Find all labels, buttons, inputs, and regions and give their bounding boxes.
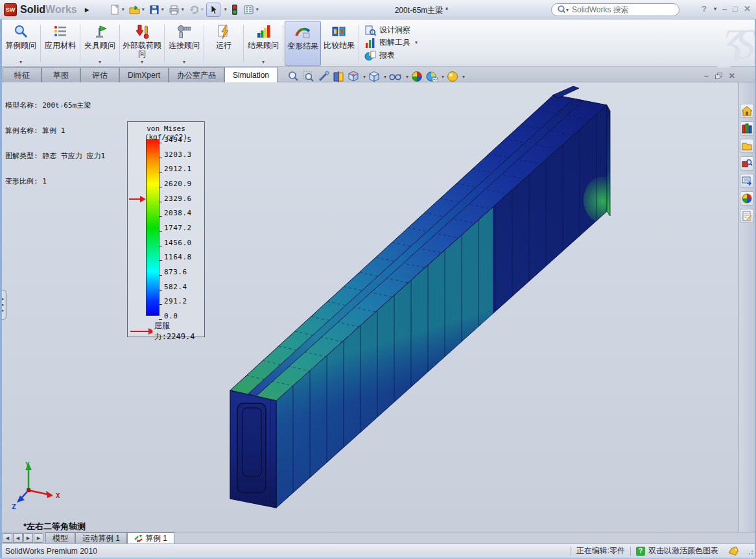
ribbon-deformed-result-button[interactable]: 变形结果 [285, 21, 321, 66]
tab-study-1[interactable]: 算例 1 [127, 532, 174, 543]
connections-advisor-icon [176, 23, 192, 40]
design-library-button[interactable] [740, 121, 754, 136]
ribbon-fixtures-advisor-button[interactable]: 夹具顾问 ▾ [82, 21, 118, 66]
ribbon-external-loads-advisor-button[interactable]: 外部载荷顾问 ▾ [121, 21, 163, 66]
tab-scroll-buttons: ◀ ◀ ▶ ▶ [3, 533, 43, 543]
status-bar: SolidWorks Premium 2010 正在编辑:零件 ? 双击以激活颜… [0, 543, 756, 558]
display-style-caret-icon[interactable]: ▾ [384, 74, 386, 80]
legend-tick: 3203.3 [164, 150, 192, 159]
search-scope-caret-icon[interactable]: ▾ [566, 7, 569, 13]
view-palette-button[interactable] [740, 174, 754, 188]
tab-motion-study-1[interactable]: 运动算例 1 [75, 532, 127, 543]
design-insight-button[interactable]: 设计洞察 [364, 24, 418, 36]
new-caret-icon[interactable]: ▾ [122, 6, 124, 12]
file-explorer-button[interactable] [740, 139, 754, 153]
yield-pointer-arrow-icon [129, 195, 146, 203]
view-settings-caret-icon[interactable]: ▾ [462, 74, 465, 80]
plot-tools-icon [364, 37, 376, 49]
legend-tick: 3494.5 [164, 136, 192, 144]
ribbon-tools-group: 设计洞察 图解工具 ▾ 报表 [360, 21, 420, 66]
search-icon [557, 5, 565, 15]
tab-features[interactable]: 特征 [3, 67, 41, 82]
apply-scene-caret-icon[interactable]: ▾ [442, 74, 444, 80]
hide-show-items-icon[interactable] [388, 70, 403, 83]
section-view-icon[interactable] [332, 70, 345, 83]
hide-show-caret-icon[interactable]: ▾ [406, 74, 408, 80]
legend-tick: 2620.9 [164, 180, 192, 188]
last-tab-button[interactable]: ▶ [34, 533, 43, 543]
select-caret-button[interactable]: ▾ [222, 6, 228, 13]
window-frame-left [0, 19, 2, 559]
maximize-button[interactable]: □ [733, 4, 738, 14]
svg-text:+: + [352, 72, 355, 76]
doc-restore-button[interactable] [715, 73, 722, 79]
print-caret-icon[interactable]: ▾ [182, 6, 184, 12]
ribbon-results-advisor-button[interactable]: 结果顾问 ▾ [245, 21, 281, 66]
undo-button[interactable]: ▾ [187, 3, 205, 16]
tab-office-products[interactable]: 办公室产品 [169, 67, 224, 82]
save-button[interactable]: ▾ [147, 3, 165, 16]
apply-scene-icon[interactable] [425, 70, 438, 83]
ribbon-study-advisor-button[interactable]: 算例顾问 ▾ [3, 21, 39, 66]
zoom-to-fit-icon[interactable] [287, 70, 300, 83]
select-button[interactable] [206, 3, 220, 17]
appearances-scenes-button[interactable] [740, 191, 754, 206]
options-button[interactable]: ▾ [241, 3, 260, 16]
previous-view-icon[interactable] [317, 70, 330, 83]
tab-simulation[interactable]: Simulation [224, 67, 278, 82]
solidworks-search-button[interactable] [740, 156, 754, 171]
legend-tick: 291.2 [164, 297, 187, 305]
solidworks-resources-button[interactable] [740, 104, 754, 118]
product-name: SolidWorks Premium 2010 [5, 547, 565, 556]
triad-x-label: X [56, 492, 60, 500]
undo-caret-icon: ▾ [201, 6, 204, 12]
resize-grip[interactable] [746, 547, 753, 555]
view-settings-icon[interactable] [446, 70, 459, 83]
zoom-to-area-icon[interactable] [302, 70, 315, 83]
display-style-icon[interactable] [368, 70, 381, 83]
ribbon-connections-advisor-button[interactable]: 连接顾问 ▾ [166, 21, 202, 66]
first-tab-button[interactable]: ◀ [3, 533, 12, 543]
help-button[interactable]: ? [702, 4, 707, 14]
search-box[interactable]: ▾ [551, 3, 679, 16]
solidworks-logo-icon: SW [4, 3, 17, 16]
open-button[interactable]: ▾ [127, 3, 146, 16]
print-button[interactable]: ▾ [167, 3, 185, 16]
new-document-button[interactable]: ▾ [108, 3, 126, 16]
tab-dimxpert[interactable]: DimXpert [119, 67, 169, 82]
plot-tools-caret-icon[interactable]: ▾ [415, 40, 418, 45]
edit-appearance-icon[interactable] [410, 70, 423, 83]
ribbon-apply-material-button[interactable]: 应用材料 [42, 21, 78, 66]
tab-sketch[interactable]: 草图 [41, 67, 80, 82]
tab-evaluate[interactable]: 评估 [80, 67, 119, 82]
view-palette-icon [741, 175, 753, 187]
home-icon [741, 105, 753, 117]
open-caret-icon[interactable]: ▾ [142, 6, 145, 12]
stress-legend[interactable]: von Mises (kgf/cm^2) 3494.5 3203.3 2912.… [127, 121, 205, 337]
search-input[interactable] [571, 5, 674, 15]
help-caret-icon[interactable]: ▾ [714, 4, 716, 14]
options-caret-icon[interactable]: ▾ [256, 6, 259, 12]
ribbon-compare-results-button[interactable]: 比较结果 [321, 21, 357, 66]
doc-close-button[interactable]: ✕ [729, 71, 735, 80]
next-tab-button[interactable]: ▶ [23, 533, 33, 543]
rebuild-button[interactable] [230, 3, 240, 16]
ribbon-run-button[interactable]: 运行 [206, 21, 242, 66]
minimize-button[interactable]: – [722, 4, 727, 14]
run-icon [216, 23, 231, 40]
legend-color-bar [146, 139, 159, 316]
fixtures-advisor-icon [92, 23, 108, 40]
menu-expand-arrow-icon[interactable]: ▶ [85, 6, 89, 13]
custom-properties-button[interactable] [740, 209, 754, 223]
prev-tab-button[interactable]: ◀ [13, 533, 23, 543]
tab-model[interactable]: 模型 [45, 532, 75, 543]
save-caret-icon[interactable]: ▾ [161, 6, 164, 12]
view-orientation-icon[interactable]: + [347, 70, 360, 83]
status-help-icon: ? [636, 547, 645, 556]
close-button[interactable]: ✕ [744, 4, 751, 14]
view-orientation-caret-icon[interactable]: ▾ [363, 74, 366, 80]
doc-minimize-button[interactable]: – [704, 71, 709, 80]
tag-icon[interactable] [727, 547, 739, 556]
plot-tools-button[interactable]: 图解工具 ▾ [364, 37, 418, 49]
report-button[interactable]: 报表 [364, 49, 418, 61]
